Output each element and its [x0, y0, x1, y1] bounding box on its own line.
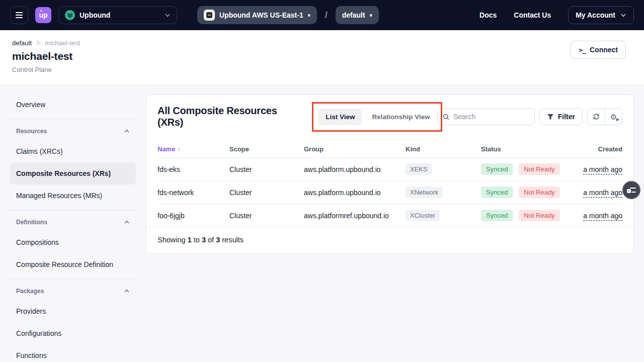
sidebar-item-overview[interactable]: Overview: [10, 94, 136, 116]
divider: [10, 210, 136, 210]
created-tooltip-link[interactable]: a month ago: [583, 189, 622, 197]
refresh-button[interactable]: [588, 109, 605, 125]
search-box[interactable]: [437, 108, 535, 125]
divider: [10, 279, 136, 279]
logo-text: up: [39, 11, 47, 19]
namespace-select[interactable]: default ▾: [336, 6, 379, 24]
divider: [10, 119, 136, 119]
table-header-row: Name↑ Scope Group Kind Status Created: [157, 140, 622, 157]
chevron-up-icon: [124, 128, 130, 134]
play-icon: ▶: [616, 118, 619, 122]
menu-icon[interactable]: [10, 6, 28, 24]
search-input[interactable]: [453, 113, 529, 121]
column-header-kind[interactable]: Kind: [406, 145, 481, 153]
view-toggle: List View Relationship View: [318, 109, 437, 125]
cell-status: Synced Not Ready: [481, 187, 566, 198]
contact-us-link[interactable]: Contact Us: [514, 11, 551, 19]
sidebar-item-providers[interactable]: Providers: [10, 300, 136, 322]
relationship-view-tab[interactable]: Relationship View: [365, 109, 437, 125]
results-from: 1: [188, 236, 192, 244]
sidebar-section-resources[interactable]: Resources: [10, 122, 136, 140]
control-plane-select[interactable]: Upbound AWS US-East-1 ▾: [197, 6, 317, 24]
filter-button[interactable]: Filter: [539, 108, 583, 125]
not-ready-badge: Not Ready: [519, 163, 559, 175]
sidebar-section-packages[interactable]: Packages: [10, 282, 136, 300]
caret-down-icon: ▾: [370, 13, 372, 18]
my-account-button[interactable]: My Account: [568, 6, 634, 24]
cell-name[interactable]: fds-eks: [157, 165, 229, 173]
sidebar-item-composite-resource-definition[interactable]: Composite Resource Definition: [10, 253, 136, 276]
section-label: Packages: [16, 288, 44, 295]
namespace-name: default: [342, 11, 365, 19]
resources-table: Name↑ Scope Group Kind Status Created fd…: [146, 140, 633, 227]
docs-link[interactable]: Docs: [479, 11, 497, 19]
sidebar-item-compositions[interactable]: Compositions: [10, 231, 136, 253]
sidebar-item-configurations[interactable]: Configurations: [10, 322, 136, 344]
control-plane-name: Upbound AWS US-East-1: [219, 11, 303, 19]
upbound-logo[interactable]: up: [35, 7, 51, 23]
cell-group: aws.platform.upbound.io: [304, 189, 406, 197]
organization-select[interactable]: Upbound: [58, 6, 177, 24]
my-account-label: My Account: [576, 11, 615, 19]
path-separator: /: [325, 10, 328, 21]
sidebar-item-composite-resources[interactable]: Composite Resources (XRs): [10, 162, 136, 185]
column-header-status[interactable]: Status: [481, 145, 566, 153]
cell-name[interactable]: fds-network: [157, 189, 229, 197]
cell-created: a month ago: [566, 212, 622, 220]
cell-created: a month ago: [566, 165, 622, 173]
table-row[interactable]: foo-6jgjb Cluster aws.platformref.upboun…: [157, 204, 622, 227]
caret-down-icon: ▾: [308, 13, 310, 18]
breadcrumb-parent[interactable]: default: [12, 39, 32, 47]
card-title: All Composite Resources (XRs): [157, 105, 300, 128]
cell-kind: XCluster: [406, 210, 481, 221]
consent-widget-icon: [627, 187, 636, 193]
chevron-down-icon: [620, 12, 626, 18]
search-icon: [443, 113, 449, 121]
column-header-name[interactable]: Name↑: [157, 145, 229, 153]
filter-funnel-icon: [547, 114, 554, 120]
cell-scope: Cluster: [229, 212, 304, 220]
sidebar-section-definitions[interactable]: Definitions: [10, 213, 136, 231]
table-results-summary: Showing 1 to 3 of 3 results: [146, 227, 633, 253]
breadcrumb: default michael-test: [12, 39, 626, 47]
sidebar-item-managed-resources[interactable]: Managed Resources (MRs): [10, 185, 136, 207]
cell-name[interactable]: foo-6jgjb: [157, 212, 229, 220]
org-name: Upbound: [79, 11, 110, 19]
page-header: default michael-test michael-test Contro…: [0, 30, 644, 85]
chevron-up-icon: [124, 288, 130, 294]
results-total: 3: [216, 236, 220, 244]
auto-refresh-settings-button[interactable]: ⚙ ▶: [605, 109, 622, 125]
list-view-tab[interactable]: List View: [318, 109, 362, 125]
section-label: Resources: [16, 128, 47, 135]
cell-group: aws.platform.upbound.io: [304, 165, 406, 173]
kind-badge: XNetwork: [406, 187, 443, 198]
column-header-created[interactable]: Created: [566, 145, 622, 153]
control-plane-icon: [204, 10, 215, 21]
org-avatar-icon: [65, 10, 75, 20]
results-to: 3: [202, 236, 206, 244]
table-actions-group: ⚙ ▶: [587, 108, 622, 125]
created-tooltip-link[interactable]: a month ago: [583, 212, 622, 220]
synced-badge: Synced: [481, 210, 513, 221]
sidebar-item-functions[interactable]: Functions: [10, 344, 136, 362]
cell-created: a month ago: [566, 189, 622, 197]
chevron-down-icon: [165, 12, 171, 18]
table-row[interactable]: fds-network Cluster aws.platform.upbound…: [157, 180, 622, 204]
section-label: Definitions: [16, 219, 47, 226]
sidebar-item-claims[interactable]: Claims (XRCs): [10, 140, 136, 162]
kind-badge: XEKS: [406, 163, 432, 175]
page-subtitle: Control Plane: [12, 66, 626, 73]
filter-label: Filter: [558, 113, 575, 121]
connect-button[interactable]: >_ Connect: [571, 41, 626, 59]
column-header-group[interactable]: Group: [304, 145, 406, 153]
created-tooltip-link[interactable]: a month ago: [583, 165, 622, 173]
consent-widget-button[interactable]: [622, 181, 640, 199]
refresh-icon: [592, 113, 600, 121]
cell-scope: Cluster: [229, 165, 304, 173]
breadcrumb-current: michael-test: [45, 39, 80, 47]
kind-badge: XCluster: [406, 210, 440, 221]
cell-group: aws.platformref.upbound.io: [304, 212, 406, 220]
column-header-scope[interactable]: Scope: [229, 145, 304, 153]
table-row[interactable]: fds-eks Cluster aws.platform.upbound.io …: [157, 157, 622, 180]
logo-dot: [40, 10, 42, 12]
